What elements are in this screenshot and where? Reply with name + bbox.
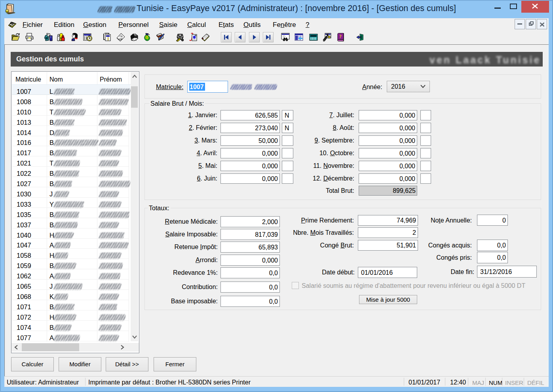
svg-text:?: ? (339, 34, 342, 39)
